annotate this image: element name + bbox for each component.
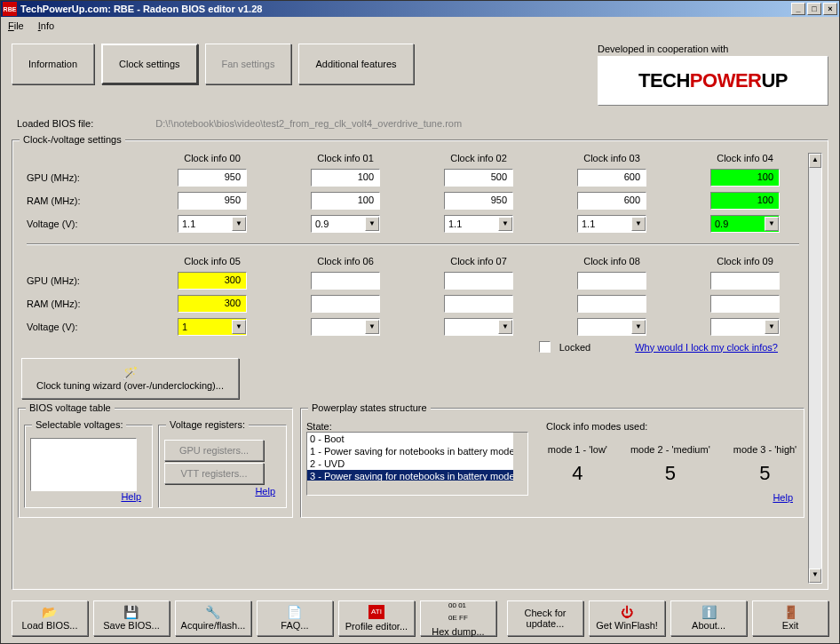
exit-button[interactable]: 🚪Exit: [752, 600, 828, 636]
chevron-down-icon[interactable]: ▼: [365, 320, 379, 334]
ram-06[interactable]: [311, 295, 380, 313]
tab-clock-settings[interactable]: Clock settings: [101, 44, 197, 84]
menubar: File Info: [1, 17, 839, 35]
chevron-down-icon[interactable]: ▼: [232, 217, 246, 231]
locked-checkbox[interactable]: [539, 341, 551, 353]
vtt-registers-button[interactable]: VTT registers...: [164, 463, 264, 484]
state-item-1[interactable]: 1 - Power saving for notebooks in batter…: [307, 445, 527, 457]
volt-07[interactable]: ▼: [444, 318, 513, 336]
chevron-down-icon[interactable]: ▼: [765, 320, 779, 334]
chevron-down-icon[interactable]: ▼: [631, 320, 646, 334]
document-icon: 📄: [287, 606, 302, 618]
clock-wrap: Clock info 00 Clock info 01 Clock info 0…: [18, 153, 822, 584]
volt-02[interactable]: 1.1▼: [444, 215, 513, 233]
state-item-0[interactable]: 0 - Boot: [307, 433, 527, 445]
wizard-icon: 🪄: [123, 366, 138, 380]
gpu-07[interactable]: [444, 272, 513, 290]
gpu-registers-button[interactable]: GPU registers...: [164, 440, 264, 461]
chevron-down-icon[interactable]: ▼: [631, 217, 646, 231]
scroll-down-icon[interactable]: ▼: [809, 568, 821, 583]
ati-icon: ATI: [368, 605, 384, 619]
gpu-05[interactable]: 300: [178, 272, 247, 290]
gpu-08[interactable]: [577, 272, 646, 290]
volt-04[interactable]: 0.9▼: [710, 215, 780, 233]
tab-information[interactable]: Information: [12, 44, 94, 84]
help-link-1[interactable]: Help: [121, 491, 141, 502]
chevron-down-icon[interactable]: ▼: [765, 217, 779, 231]
gpu-09[interactable]: [710, 272, 780, 290]
header-clock-04: Clock info 04: [691, 153, 799, 163]
list-scrollbar-h[interactable]: [307, 481, 527, 495]
header-clock-05: Clock info 05: [158, 256, 266, 266]
state-label: State:: [306, 421, 528, 432]
faq-button[interactable]: 📄FAQ...: [257, 600, 333, 636]
list-scrollbar-v[interactable]: [513, 433, 527, 481]
header-clock-01: Clock info 01: [291, 153, 400, 163]
maximize-button[interactable]: □: [807, 3, 821, 15]
about-button[interactable]: ℹ️About...: [670, 600, 747, 636]
powerplay-group: Powerplay states structure State: 0 - Bo…: [300, 408, 804, 518]
load-bios-button[interactable]: 📂Load BIOS...: [12, 600, 88, 636]
volt-05[interactable]: 1▼: [178, 318, 247, 336]
volt-09[interactable]: ▼: [710, 318, 780, 336]
clock-vscrollbar[interactable]: ▲ ▼: [808, 153, 822, 584]
gpu-03[interactable]: 600: [577, 169, 646, 187]
chevron-down-icon[interactable]: ▼: [498, 320, 512, 334]
help-link-2[interactable]: Help: [255, 486, 275, 497]
menu-file[interactable]: File: [4, 19, 28, 33]
hex-dump-button[interactable]: 00 010E FFHex dump...: [420, 600, 496, 636]
check-update-button[interactable]: Check for update...: [507, 600, 583, 636]
loaded-file-path: D:\!\notebook\bios\video\test2_from_reg_…: [155, 118, 462, 129]
ram-00[interactable]: 950: [178, 192, 247, 210]
gpu-01[interactable]: 100: [311, 169, 380, 187]
acquire-flash-button[interactable]: 🔧Acquire/flash...: [175, 600, 251, 636]
state-item-2[interactable]: 2 - UVD: [307, 457, 527, 470]
ram-02[interactable]: 950: [444, 192, 513, 210]
scroll-track[interactable]: [809, 168, 821, 568]
gpu-06[interactable]: [311, 272, 380, 290]
volt-01[interactable]: 0.9▼: [311, 215, 380, 233]
help-link-3[interactable]: Help: [773, 492, 793, 503]
volt-08[interactable]: ▼: [577, 318, 646, 336]
clock-tuning-wizard-button[interactable]: 🪄 Clock tuning wizard (over-/underclocki…: [21, 358, 239, 399]
ram-08[interactable]: [577, 295, 646, 313]
minimize-button[interactable]: _: [791, 3, 805, 15]
state-listbox[interactable]: 0 - Boot 1 - Power saving for notebooks …: [306, 432, 528, 496]
selectable-voltages-group: Selectable voltages: Help: [24, 425, 153, 508]
logo-block: Developed in cooperation with TECHPOWERU…: [598, 44, 828, 106]
voltage-listbox[interactable]: [30, 438, 137, 491]
ram-05[interactable]: 300: [178, 295, 247, 313]
mode-3: mode 3 - 'high' 5: [733, 444, 796, 485]
ram-04[interactable]: 100: [710, 192, 780, 210]
chevron-down-icon[interactable]: ▼: [365, 217, 379, 231]
menu-info[interactable]: Info: [35, 19, 58, 33]
gpu-02[interactable]: 500: [444, 169, 513, 187]
chevron-down-icon[interactable]: ▼: [232, 320, 246, 334]
get-winflash-button[interactable]: ⏻Get WinFlash!: [589, 600, 665, 636]
clock-voltage-group: Clock-/voltage settings Clock info 00 Cl…: [12, 139, 828, 590]
ram-07[interactable]: [444, 295, 513, 313]
tab-additional-features[interactable]: Additional features: [298, 44, 413, 84]
info-icon: ℹ️: [701, 606, 717, 618]
tab-fan-settings[interactable]: Fan settings: [205, 44, 292, 84]
mode-2: mode 2 - 'medium' 5: [630, 444, 710, 485]
chevron-down-icon[interactable]: ▼: [498, 217, 512, 231]
vr-legend: Voltage registers:: [166, 419, 249, 430]
bottom-toolbar: 📂Load BIOS... 💾Save BIOS... 🔧Acquire/fla…: [12, 600, 828, 636]
save-bios-button[interactable]: 💾Save BIOS...: [93, 600, 170, 636]
gpu-04[interactable]: 100: [710, 169, 780, 187]
profile-editor-button[interactable]: ATIProfile editor...: [338, 600, 415, 636]
scroll-up-icon[interactable]: ▲: [809, 154, 821, 168]
ram-03[interactable]: 600: [577, 192, 646, 210]
volt-00[interactable]: 1.1▼: [178, 215, 247, 233]
ram-01[interactable]: 100: [311, 192, 380, 210]
why-lock-link[interactable]: Why would I lock my clock infos?: [635, 342, 778, 353]
exit-icon: 🚪: [783, 606, 798, 618]
volt-06[interactable]: ▼: [311, 318, 380, 336]
gpu-00[interactable]: 950: [178, 169, 247, 187]
close-button[interactable]: ×: [823, 3, 837, 15]
locked-row: Locked Why would I lock my clock infos?: [18, 341, 804, 353]
volt-03[interactable]: 1.1▼: [577, 215, 646, 233]
ram-09[interactable]: [710, 295, 780, 313]
state-column: State: 0 - Boot 1 - Power saving for not…: [306, 421, 528, 503]
